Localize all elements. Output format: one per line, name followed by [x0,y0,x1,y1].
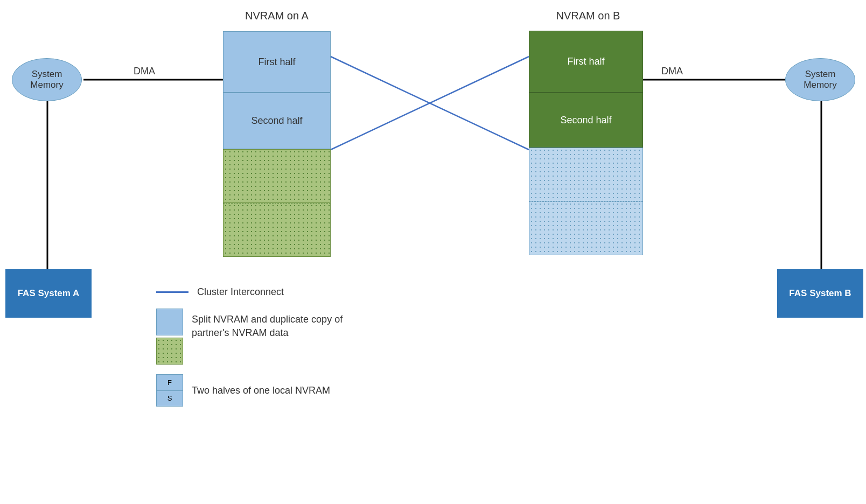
legend-blue-box [156,309,183,335]
svg-line-4 [331,57,529,150]
nvram-b-label: NVRAM on B [529,10,647,22]
nvram-a-label: NVRAM on A [223,10,331,22]
nvram-b-second-half-label: Second half [560,115,611,126]
nvram-b-second-half: Second half [529,93,643,148]
nvram-b-first-half: First half [529,31,643,93]
system-memory-b: System Memory [785,58,855,101]
legend-cluster-line [156,291,188,293]
nvram-b-first-half-label: First half [567,56,604,67]
diagram-svg [0,0,866,504]
legend-cluster-row: Cluster Interconnect [156,285,343,299]
svg-line-5 [331,57,529,150]
legend-split-nvram-label: Split NVRAM and duplicate copy ofpartner… [192,309,343,340]
nvram-a-first-half: First half [223,31,331,93]
diagram-container: NVRAM on A NVRAM on B First half Second … [0,0,866,504]
legend-small-nvram: F S [156,374,183,407]
nvram-b-blue-dotted-top [529,148,643,201]
legend-small-s: S [157,391,183,407]
nvram-a-green-dotted-top [223,149,331,203]
fas-system-a: FAS System A [5,269,92,318]
legend-two-halves-row: F S Two halves of one local NVRAM [156,374,343,407]
system-memory-a: System Memory [12,58,82,101]
system-memory-b-label: System Memory [804,69,836,90]
nvram-a-first-half-label: First half [258,57,295,68]
legend-small-f: F [157,375,183,391]
dma-label-right: DMA [661,66,683,77]
fas-b-label: FAS System B [789,288,851,299]
legend-green-dotted-box [156,338,183,365]
system-memory-a-label: System Memory [30,69,63,90]
nvram-a-green-dotted-bottom [223,203,331,257]
fas-a-label: FAS System A [18,288,80,299]
dma-label-left: DMA [134,66,155,77]
nvram-a-second-half: Second half [223,93,331,149]
legend: Cluster Interconnect Split NVRAM and dup… [156,285,343,416]
nvram-a-second-half-label: Second half [251,115,302,127]
legend-two-halves-label: Two halves of one local NVRAM [192,384,330,397]
nvram-b-blue-dotted-bottom [529,201,643,255]
legend-split-nvram-row: Split NVRAM and duplicate copy ofpartner… [156,309,343,365]
legend-cluster-label: Cluster Interconnect [197,285,284,299]
fas-system-b: FAS System B [777,269,863,318]
